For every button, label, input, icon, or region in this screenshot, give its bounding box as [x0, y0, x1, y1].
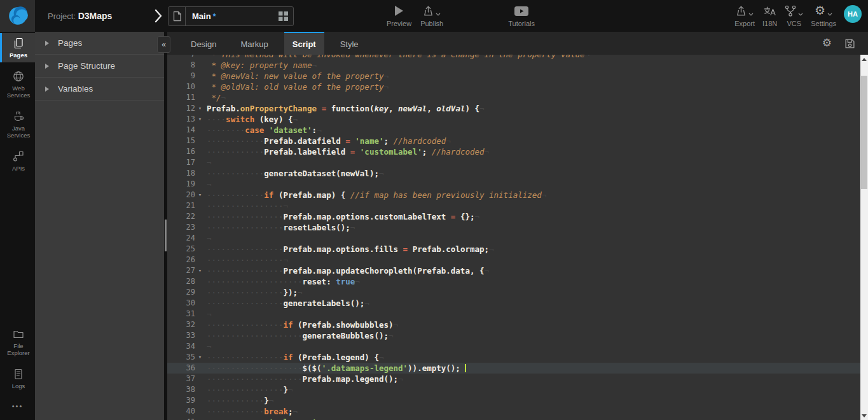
code-text: */¬: [205, 92, 226, 103]
code-line[interactable]: 12▾Prefab.onPropertyChange = function(ke…: [167, 103, 868, 114]
sidebar-item-file-explorer[interactable]: File Explorer: [0, 324, 35, 360]
code-line[interactable]: 28····················reset: true¬: [167, 276, 868, 287]
wavemaker-logo[interactable]: [0, 0, 35, 32]
accordion-page-structure[interactable]: Page Structure: [35, 55, 164, 78]
tutorials-button[interactable]: Tutorials: [508, 4, 535, 27]
code-line[interactable]: 31¬: [167, 309, 868, 319]
code-line[interactable]: 25················Prefab.map.options.fil…: [167, 244, 868, 255]
editor-scrollbar-thumb[interactable]: [861, 76, 867, 189]
tab-design[interactable]: Design: [183, 32, 224, 55]
code-line[interactable]: 21················¬: [167, 200, 868, 211]
i18n-button[interactable]: I18N: [762, 4, 777, 27]
fold-slot: [195, 146, 205, 157]
code-line[interactable]: 20▾············if (Prefab.map) { //if ma…: [167, 190, 868, 200]
save-icon[interactable]: [844, 38, 855, 49]
fold-slot: [195, 255, 205, 265]
sidebar-item-java-services[interactable]: Java Services: [0, 106, 35, 143]
code-line[interactable]: 14········case 'dataset':¬: [167, 125, 868, 136]
panel-scrollbar-thumb[interactable]: [165, 220, 167, 251]
fold-slot: [195, 309, 205, 319]
code-line[interactable]: 17¬: [167, 157, 868, 168]
fold-toggle-icon[interactable]: ▾: [195, 114, 205, 125]
line-number: 37: [167, 374, 195, 384]
chevron-right-icon[interactable]: [154, 9, 163, 23]
code-line[interactable]: 7 * This method will be invoked whenever…: [167, 55, 868, 60]
user-avatar[interactable]: HA: [844, 5, 862, 23]
page-tab-label: Main*: [192, 11, 216, 21]
code-text: ················¬: [205, 200, 288, 211]
code-line[interactable]: 41········case 'colormap':¬: [167, 417, 868, 420]
fold-toggle-icon[interactable]: ▾: [195, 352, 205, 363]
line-number: 33: [167, 330, 195, 341]
code-line[interactable]: 15············Prefab.datafield = 'name';…: [167, 136, 868, 146]
code-line[interactable]: 37····················Prefab.map.legend(…: [167, 374, 868, 384]
page-tab-main[interactable]: Main*: [168, 6, 294, 26]
code-line[interactable]: 29················});¬: [167, 287, 868, 298]
code-line[interactable]: 23················resetLabels();¬: [167, 222, 868, 233]
code-text: ············if (Prefab.map) { //if map h…: [205, 190, 546, 200]
code-line[interactable]: 30················generateLabels();¬: [167, 298, 868, 309]
code-line[interactable]: 13▾····switch (key) {¬: [167, 114, 868, 125]
code-line[interactable]: 24¬: [167, 233, 868, 244]
topbar-center-actions: Preview Publish: [387, 4, 544, 27]
topbar-right-actions: Export I18N: [734, 4, 862, 27]
tab-markup[interactable]: Markup: [232, 32, 276, 55]
project-name: D3Maps: [78, 11, 113, 21]
code-line[interactable]: 16············Prefab.labelfield = 'custo…: [167, 146, 868, 157]
scroll-up-button[interactable]: [860, 55, 868, 64]
fold-toggle-icon[interactable]: ▾: [195, 103, 205, 114]
panel-collapse-button[interactable]: «: [157, 36, 170, 53]
code-line[interactable]: 40············break;¬: [167, 406, 868, 417]
fold-slot: [195, 319, 205, 330]
folder-icon: [13, 328, 24, 340]
tab-style[interactable]: Style: [332, 32, 367, 55]
code-line[interactable]: 11 */¬: [167, 92, 868, 103]
code-line[interactable]: 18············generateDataset(newVal);¬: [167, 168, 868, 179]
code-line[interactable]: 9 * @newVal: new value of the property¬: [167, 71, 868, 81]
code-line[interactable]: 32················if (Prefab.showbubbles…: [167, 319, 868, 330]
settings-button[interactable]: ⚙ Settings: [811, 4, 836, 27]
code-text: ········case 'dataset':¬: [205, 125, 322, 136]
fold-slot: [195, 374, 205, 384]
accordion-pages[interactable]: Pages: [35, 32, 164, 55]
code-line[interactable]: 38················}¬: [167, 384, 868, 395]
code-line[interactable]: 10 * @oldVal: old value of the property¬: [167, 81, 868, 92]
line-number: 38: [167, 384, 195, 395]
line-number: 40: [167, 406, 195, 417]
more-options-icon[interactable]: •••: [0, 393, 35, 420]
line-number: 41: [167, 417, 195, 420]
grid-icon[interactable]: [279, 11, 288, 21]
code-line[interactable]: 26················¬: [167, 255, 868, 265]
pages-panel: Pages Page Structure Variables: [35, 32, 164, 420]
sidebar-item-web-services[interactable]: Web Services: [0, 66, 35, 102]
code-line[interactable]: 22················Prefab.map.options.cus…: [167, 211, 868, 222]
fold-slot: [195, 406, 205, 417]
code-editor[interactable]: 7 * This method will be invoked whenever…: [167, 55, 868, 420]
sidebar-item-pages[interactable]: Pages: [0, 33, 35, 62]
code-line[interactable]: 27▾················Prefab.map.updateChor…: [167, 265, 868, 276]
tab-script[interactable]: Script: [284, 32, 324, 55]
line-number: 16: [167, 146, 195, 157]
code-line[interactable]: 35▾················if (Prefab.legend) {¬: [167, 352, 868, 363]
code-line[interactable]: 34¬: [167, 341, 868, 352]
publish-button[interactable]: Publish: [420, 4, 443, 27]
code-line[interactable]: 19¬: [167, 179, 868, 190]
project-label: Project:: [48, 11, 76, 21]
sidebar-item-logs[interactable]: Logs: [0, 364, 35, 393]
code-line[interactable]: 36····················$($('.datamaps-leg…: [167, 363, 868, 374]
preview-button[interactable]: Preview: [387, 4, 411, 27]
code-line[interactable]: 8 * @key: property name¬: [167, 60, 868, 71]
accordion-variables[interactable]: Variables: [35, 78, 164, 101]
code-line[interactable]: 33····················generateBubbles();…: [167, 330, 868, 341]
fold-toggle-icon[interactable]: ▾: [195, 265, 205, 276]
fold-toggle-icon[interactable]: ▾: [195, 190, 205, 200]
editor-settings-gear-icon[interactable]: ⚙: [822, 38, 832, 49]
caret-right-icon: [45, 64, 49, 69]
line-number: 24: [167, 233, 195, 244]
vcs-button[interactable]: VCS: [785, 4, 803, 27]
code-line[interactable]: 39············}¬: [167, 395, 868, 406]
export-button[interactable]: Export: [734, 4, 755, 27]
sidebar-item-apis[interactable]: APIs: [0, 146, 35, 176]
translate-icon: [764, 4, 776, 17]
scroll-down-button[interactable]: [860, 411, 868, 420]
